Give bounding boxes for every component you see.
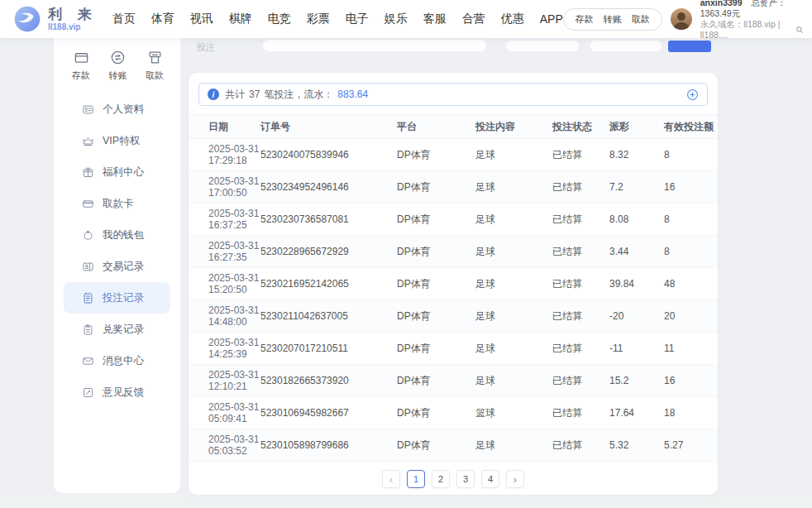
column-header: 订单号 xyxy=(260,120,397,134)
cell-bet-content: 足球 xyxy=(475,245,552,259)
cell-platform: DP体育 xyxy=(397,180,475,194)
cell-date: 2025-03-3105:09:41 xyxy=(208,401,260,424)
wallet-action[interactable]: 存款 xyxy=(576,13,594,26)
nav-item[interactable]: 视讯 xyxy=(190,12,213,26)
sidebar-menu-item[interactable]: 个人资料 xyxy=(64,93,170,125)
brand-logo[interactable]: 利 来 ll188.vip xyxy=(13,5,98,33)
cell-bet-status: 已结算 xyxy=(552,277,609,291)
nav-item[interactable]: 体育 xyxy=(151,12,174,26)
cell-order-number: 5230216952142065 xyxy=(260,278,397,290)
filter-search-input[interactable] xyxy=(263,40,486,51)
nav-item[interactable]: 首页 xyxy=(112,12,136,26)
nav-item[interactable]: 客服 xyxy=(423,12,447,26)
cell-valid-amount: 20 xyxy=(664,310,708,322)
cell-date: 2025-03-3105:03:52 xyxy=(208,434,260,457)
cell-bet-status: 已结算 xyxy=(552,374,609,388)
sidebar-menu-item[interactable]: 意见反馈 xyxy=(64,376,170,408)
sidebar-menu-item[interactable]: 我的钱包 xyxy=(64,219,170,251)
cell-bet-status: 已结算 xyxy=(552,148,609,162)
nav-item[interactable]: APP xyxy=(540,12,563,26)
prev-page-button[interactable]: ‹ xyxy=(382,470,400,488)
sidebar-menu-label: VIP特权 xyxy=(103,134,140,148)
wallet-action[interactable]: 取款 xyxy=(632,13,650,26)
nav-item[interactable]: 合营 xyxy=(462,12,485,26)
next-page-button[interactable]: › xyxy=(506,470,524,488)
column-header: 有效投注额 xyxy=(664,120,714,134)
filter-option-fragment[interactable] xyxy=(590,41,662,51)
cell-bet-content: 足球 xyxy=(475,213,552,227)
cell-date: 2025-03-3115:20:50 xyxy=(208,272,260,295)
page-button-3[interactable]: 3 xyxy=(456,470,475,488)
nav-item[interactable]: 棋牌 xyxy=(229,12,252,26)
table-row: 2025-03-3114:25:39 5230207017210511 DP体育… xyxy=(189,333,718,365)
wallet-actions-pill: 存款转账取款 xyxy=(563,8,662,31)
cell-platform: DP体育 xyxy=(397,277,475,291)
username: anxin3399 xyxy=(700,0,743,7)
nav-item[interactable]: 彩票 xyxy=(307,12,330,26)
bet-records-panel: i 共计 37 笔投注，流水： 883.64 日期订单号平台投注内容投注状态派彩… xyxy=(189,73,718,495)
info-icon: i xyxy=(208,89,219,100)
column-header: 派彩 xyxy=(609,120,664,134)
cell-valid-amount: 8 xyxy=(664,213,708,225)
expand-plus-icon[interactable] xyxy=(686,89,699,101)
nav-item[interactable]: 电子 xyxy=(346,12,369,26)
wallet-icon xyxy=(82,229,94,242)
cell-order-number: 5230211042637005 xyxy=(260,310,397,322)
brand-domain: ll188.vip xyxy=(48,23,98,31)
bet-record-icon xyxy=(82,292,94,304)
quick-action[interactable]: 取款 xyxy=(146,50,164,82)
cell-bet-status: 已结算 xyxy=(552,180,609,194)
page-button-1[interactable]: 1 xyxy=(407,470,425,488)
user-info[interactable]: anxin3399 总资产： 1363.49元 永久域名：ll188.vip |… xyxy=(700,0,804,41)
permanent-domain: 永久域名：ll188.vip | ll188.... xyxy=(700,19,793,41)
sidebar-menu-item[interactable]: 兑奖记录 xyxy=(64,314,170,345)
nav-item[interactable]: 优惠 xyxy=(501,12,524,26)
sidebar-menu-label: 取款卡 xyxy=(103,197,134,211)
summary-prefix: 共计 xyxy=(225,88,245,102)
quick-action[interactable]: 转账 xyxy=(109,50,127,82)
cell-bet-content: 足球 xyxy=(475,309,552,323)
sidebar-menu-label: 消息中心 xyxy=(103,354,144,368)
table-row: 2025-03-3105:09:41 5230106945982667 DP体育… xyxy=(189,397,718,429)
cell-payout: 39.84 xyxy=(609,278,664,290)
cell-platform: DP体育 xyxy=(397,374,475,388)
sidebar-menu-item[interactable]: 投注记录 xyxy=(64,282,170,314)
cell-date: 2025-03-3112:10:21 xyxy=(208,369,260,392)
cell-bet-status: 已结算 xyxy=(552,309,609,323)
table-row: 2025-03-3117:29:18 5230240075839946 DP体育… xyxy=(189,139,718,171)
cell-payout: 8.08 xyxy=(609,213,664,225)
filter-search-button[interactable] xyxy=(668,41,711,52)
page-button-4[interactable]: 4 xyxy=(481,470,499,488)
table-row: 2025-03-3116:37:25 5230230736587081 DP体育… xyxy=(189,204,718,236)
cell-payout: 15.2 xyxy=(609,375,664,386)
table-row: 2025-03-3112:10:21 5230182665373920 DP体育… xyxy=(189,365,718,397)
nav-item[interactable]: 娱乐 xyxy=(385,12,408,26)
filter-option-fragment[interactable] xyxy=(506,41,579,51)
cell-payout: -11 xyxy=(609,343,664,354)
table-header-row: 日期订单号平台投注内容投注状态派彩有效投注额 xyxy=(189,114,718,139)
main-nav: 首页体育视讯棋牌电竞彩票电子娱乐客服合营优惠APP xyxy=(112,12,563,26)
table-row: 2025-03-3117:00:50 5230234952496146 DP体育… xyxy=(189,171,718,204)
column-header: 日期 xyxy=(208,120,260,134)
quick-action[interactable]: 存款 xyxy=(72,50,90,82)
page-button-2[interactable]: 2 xyxy=(432,470,450,488)
cell-bet-status: 已结算 xyxy=(552,245,609,259)
profile-icon xyxy=(82,103,94,116)
wallet-action[interactable]: 转账 xyxy=(604,13,622,26)
avatar[interactable] xyxy=(671,8,692,30)
sidebar-menu-item[interactable]: 取款卡 xyxy=(64,188,170,219)
nav-item[interactable]: 电竞 xyxy=(268,12,291,26)
cell-platform: DP体育 xyxy=(397,245,475,259)
search-icon[interactable] xyxy=(795,26,804,34)
sidebar-menu-item[interactable]: 消息中心 xyxy=(64,345,170,376)
cell-order-number: 5230240075839946 xyxy=(260,149,397,161)
sidebar-menu-item[interactable]: 福利中心 xyxy=(64,156,170,188)
summary-text: 共计 37 笔投注，流水： 883.64 xyxy=(225,88,368,102)
sidebar-menu-item[interactable]: 交易记录 xyxy=(64,251,170,282)
cell-bet-content: 足球 xyxy=(475,148,552,162)
cell-platform: DP体育 xyxy=(397,439,475,453)
table-row: 2025-03-3105:03:52 5230105898799686 DP体育… xyxy=(189,429,718,462)
cell-bet-content: 足球 xyxy=(475,374,552,388)
sidebar-menu-item[interactable]: VIP特权 xyxy=(64,125,170,156)
cell-order-number: 5230207017210511 xyxy=(260,343,397,354)
